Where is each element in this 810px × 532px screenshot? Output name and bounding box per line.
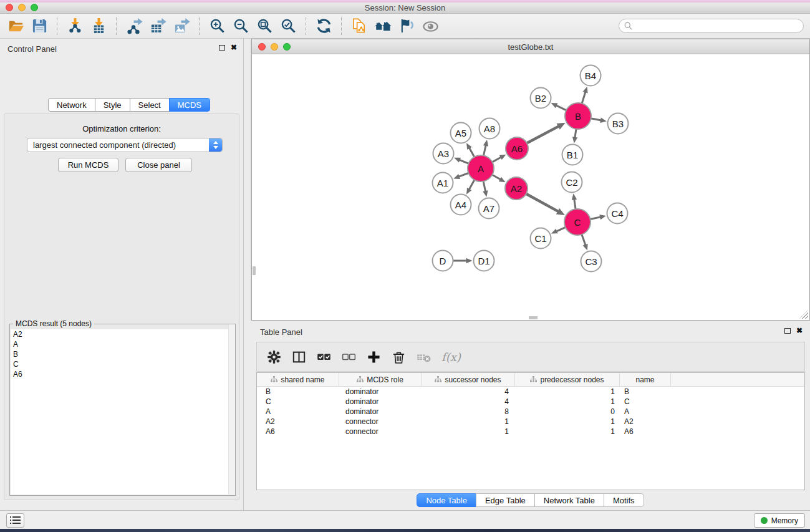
delete-table-icon[interactable] (417, 350, 431, 364)
column-header-successor-nodes[interactable]: successor nodes (422, 373, 515, 386)
minimize-window-button[interactable] (18, 4, 26, 11)
table-cell[interactable]: connector (339, 427, 422, 437)
close-table-panel-icon[interactable]: ✖ (796, 327, 803, 334)
vertical-scroll-thumb[interactable] (253, 266, 256, 275)
table-cell[interactable]: 1 (515, 397, 620, 407)
table-cell[interactable]: dominator (339, 387, 422, 397)
table-cell[interactable]: A6 (257, 427, 339, 437)
tab-node-table[interactable]: Node Table (417, 493, 476, 507)
export-network-icon[interactable] (122, 16, 146, 37)
graph-node-A7[interactable]: A7 (479, 198, 499, 219)
tab-network[interactable]: Network (48, 98, 95, 112)
graph-node-A2[interactable]: A2 (505, 177, 528, 200)
graph-node-C1[interactable]: C1 (531, 228, 551, 249)
table-cell[interactable]: 0 (515, 407, 620, 417)
save-icon[interactable] (27, 16, 51, 37)
export-image-icon[interactable] (170, 16, 193, 37)
zoom-out-icon[interactable] (229, 16, 253, 37)
table-cell[interactable]: 1 (515, 387, 620, 397)
network-canvas[interactable]: ABCA2A6A1A3A4A5A7A8B1B2B3B4C1C2C3C4DD1 (252, 54, 809, 320)
graph-node-D1[interactable]: D1 (474, 251, 494, 271)
import-table-icon[interactable] (87, 16, 110, 37)
search-input[interactable] (619, 19, 804, 33)
export-table-icon[interactable] (146, 16, 170, 37)
graph-node-A4[interactable]: A4 (451, 195, 471, 215)
column-header-mcds-role[interactable]: MCDS role (339, 373, 422, 386)
graph-node-A6[interactable]: A6 (506, 137, 528, 160)
table-row[interactable]: A6connector11A6 (257, 427, 804, 437)
tab-motifs[interactable]: Motifs (604, 493, 644, 507)
zoom-in-icon[interactable] (205, 16, 229, 37)
result-scrollbar[interactable] (228, 324, 235, 495)
graph-node-B[interactable]: B (565, 103, 591, 129)
close-window-button[interactable] (6, 4, 13, 11)
graph-node-A5[interactable]: A5 (451, 123, 471, 143)
table-row[interactable]: Bdominator41B (257, 387, 804, 397)
table-cell[interactable]: 1 (515, 427, 620, 437)
graph-node-C4[interactable]: C4 (607, 203, 628, 224)
table-row[interactable]: A2connector11A2 (257, 417, 804, 427)
table-cell[interactable]: dominator (339, 397, 422, 407)
graph-node-A[interactable]: A (468, 155, 494, 181)
column-header-shared-name[interactable]: shared name (257, 373, 339, 386)
add-icon[interactable] (367, 350, 381, 364)
float-panel-icon[interactable] (219, 45, 225, 51)
column-header-name[interactable]: name (620, 373, 671, 386)
refresh-icon[interactable] (312, 16, 335, 37)
graph-node-A8[interactable]: A8 (480, 118, 500, 139)
task-history-button[interactable] (6, 513, 24, 528)
column-header-predecessor-nodes[interactable]: predecessor nodes (515, 373, 620, 386)
table-cell[interactable]: A (620, 407, 671, 417)
memory-button[interactable]: Memory (754, 513, 805, 528)
table-cell[interactable]: A6 (620, 427, 671, 437)
zoom-fit-icon[interactable] (253, 16, 276, 37)
tab-style[interactable]: Style (95, 98, 130, 112)
table-cell[interactable]: 4 (422, 387, 515, 397)
gear-icon[interactable] (267, 350, 281, 364)
graph-node-D[interactable]: D (433, 251, 453, 271)
table-cell[interactable]: C (257, 397, 339, 407)
tab-network-table[interactable]: Network Table (534, 493, 604, 507)
table-cell[interactable]: A (257, 407, 339, 417)
graph-node-B2[interactable]: B2 (531, 88, 551, 109)
table-cell[interactable]: connector (339, 417, 422, 427)
tab-select[interactable]: Select (130, 98, 170, 112)
table-row[interactable]: Adominator80A (257, 407, 804, 417)
table-cell[interactable]: 1 (422, 417, 515, 427)
zoom-window-button[interactable] (31, 4, 38, 11)
graph-node-C2[interactable]: C2 (562, 172, 582, 193)
table-cell[interactable]: 8 (422, 407, 515, 417)
result-item[interactable]: C (11, 359, 234, 369)
new-network-icon[interactable] (347, 16, 371, 37)
show-hide-icon[interactable] (418, 16, 442, 37)
run-mcds-button[interactable]: Run MCDS (58, 158, 118, 172)
home-icon[interactable] (371, 16, 395, 37)
split-view-icon[interactable] (292, 350, 306, 364)
open-file-icon[interactable] (4, 16, 27, 37)
graph-node-B4[interactable]: B4 (581, 65, 601, 86)
close-panel-button[interactable]: Close panel (125, 158, 192, 172)
zoom-selected-icon[interactable] (276, 16, 300, 37)
close-panel-icon[interactable]: ✖ (231, 44, 237, 51)
table-cell[interactable]: C (620, 397, 671, 407)
import-network-icon[interactable] (63, 16, 87, 37)
select-all-icon[interactable] (317, 350, 331, 364)
table-cell[interactable]: A2 (257, 417, 339, 427)
delete-icon[interactable] (392, 350, 406, 364)
table-cell[interactable]: 1 (515, 417, 620, 427)
tab-mcds[interactable]: MCDS (169, 98, 210, 112)
horizontal-scroll-thumb[interactable] (529, 316, 538, 319)
graph-node-A1[interactable]: A1 (433, 173, 453, 193)
table-cell[interactable]: B (620, 387, 671, 397)
table-cell[interactable]: 1 (422, 427, 515, 437)
table-cell[interactable]: 4 (422, 397, 515, 407)
tab-edge-table[interactable]: Edge Table (476, 493, 535, 507)
graph-node-B1[interactable]: B1 (562, 145, 583, 165)
graph-node-A3[interactable]: A3 (433, 143, 454, 164)
result-item[interactable]: B (11, 349, 234, 359)
criterion-dropdown[interactable]: largest connected component (directed) (27, 138, 223, 152)
result-item[interactable]: A6 (11, 369, 234, 379)
table-cell[interactable]: dominator (339, 407, 422, 417)
table-cell[interactable]: B (257, 387, 339, 397)
float-table-panel-icon[interactable] (784, 328, 791, 334)
